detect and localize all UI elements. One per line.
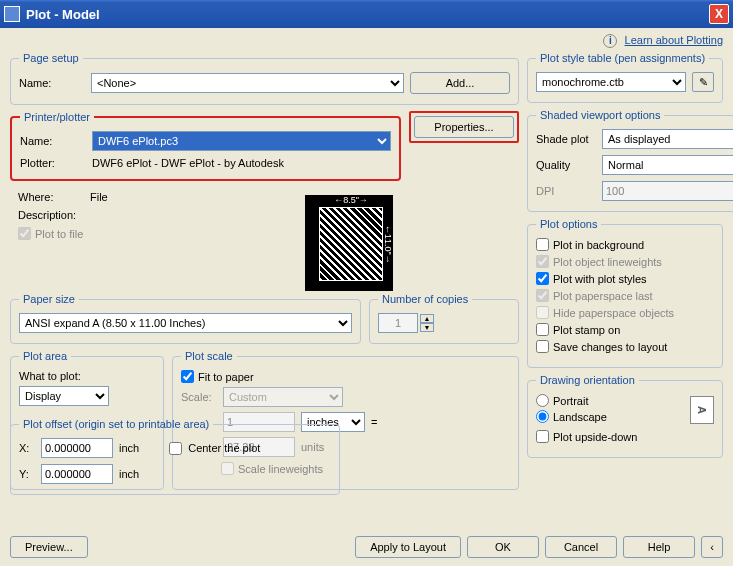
hide-paperspace-label: Hide paperspace objects [553,307,674,319]
plot-to-file-checkbox [18,227,31,240]
page-setup-group: Page setup Name: <None> Add... [10,52,519,105]
plot-scale-legend: Plot scale [181,350,237,362]
help-button[interactable]: Help [623,536,695,558]
page-setup-legend: Page setup [19,52,83,64]
info-icon: i [603,34,617,48]
plot-bg-checkbox[interactable] [536,238,549,251]
copies-input [378,313,418,333]
page-setup-name-label: Name: [19,77,85,89]
desc-label: Description: [18,209,84,221]
scale-label: Scale: [181,391,217,403]
copies-legend: Number of copies [378,293,472,305]
copies-group: Number of copies ▲ ▼ [369,293,519,344]
orientation-icon: A [690,396,714,424]
shaded-viewport-group: Shaded viewport options Shade plot As di… [527,109,733,212]
plot-options-group: Plot options Plot in background Plot obj… [527,218,723,368]
plot-stamp-label: Plot stamp on [553,324,620,336]
plot-lw-checkbox [536,255,549,268]
plot-options-legend: Plot options [536,218,601,230]
offset-y-unit: inch [119,468,139,480]
fit-to-paper-label: Fit to paper [198,371,254,383]
portrait-label: Portrait [553,395,588,407]
preview-button[interactable]: Preview... [10,536,88,558]
save-layout-checkbox[interactable] [536,340,549,353]
page-setup-name-select[interactable]: <None> [91,73,404,93]
plot-bg-label: Plot in background [553,239,644,251]
upside-down-label: Plot upside-down [553,431,637,443]
footer: Preview... Apply to Layout OK Cancel Hel… [10,536,723,558]
apply-layout-button[interactable]: Apply to Layout [355,536,461,558]
plot-area-legend: Plot area [19,350,71,362]
quality-select[interactable]: Normal [602,155,733,175]
plot-stamp-checkbox[interactable] [536,323,549,336]
titlebar: Plot - Model X [0,0,733,28]
landscape-label: Landscape [553,411,607,423]
chevron-left-icon: ‹ [710,541,714,553]
dpi-label: DPI [536,185,596,197]
shade-plot-label: Shade plot [536,133,596,145]
dpi-input [602,181,733,201]
what-to-plot-label: What to plot: [19,370,155,382]
quality-label: Quality [536,159,596,171]
what-to-plot-select[interactable]: Display [19,386,109,406]
offset-x-unit: inch [119,442,139,454]
plot-paperspace-label: Plot paperspace last [553,290,653,302]
offset-y-label: Y: [19,468,35,480]
equals-label: = [371,416,381,428]
paper-size-select[interactable]: ANSI expand A (8.50 x 11.00 Inches) [19,313,352,333]
paper-preview-icon: ←8.5"→ ←11.0"→ [305,195,393,291]
copies-spin-down[interactable]: ▼ [420,323,434,332]
upside-down-checkbox[interactable] [536,430,549,443]
plot-style-select[interactable]: monochrome.ctb [536,72,686,92]
learn-row: i Learn about Plotting [10,34,723,48]
offset-y-input[interactable] [41,464,113,484]
preview-width-label: ←8.5"→ [319,195,383,205]
dialog-content: i Learn about Plotting Page setup Name: … [0,28,733,566]
center-plot-label: Center the plot [188,442,260,454]
plot-styles-checkbox[interactable] [536,272,549,285]
copies-spin-up[interactable]: ▲ [420,314,434,323]
learn-link[interactable]: Learn about Plotting [625,34,723,46]
close-button[interactable]: X [709,4,729,24]
plot-styles-label: Plot with plot styles [553,273,647,285]
paper-size-group: Paper size ANSI expand A (8.50 x 11.00 I… [10,293,361,344]
plot-offset-group: Plot offset (origin set to printable are… [10,418,340,495]
fit-to-paper-checkbox[interactable] [181,370,194,383]
printer-name-select[interactable]: DWF6 ePlot.pc3 [92,131,391,151]
plot-offset-legend: Plot offset (origin set to printable are… [19,418,213,430]
shaded-legend: Shaded viewport options [536,109,664,121]
where-value: File [90,191,108,203]
cancel-button[interactable]: Cancel [545,536,617,558]
scale-select: Custom [223,387,343,407]
printer-legend: Printer/plotter [20,111,94,123]
ok-button[interactable]: OK [467,536,539,558]
preview-height-label: ←11.0"→ [383,207,393,281]
paper-size-legend: Paper size [19,293,79,305]
plot-style-legend: Plot style table (pen assignments) [536,52,709,64]
window-title: Plot - Model [26,7,709,22]
printer-properties-button[interactable]: Properties... [414,116,514,138]
page-setup-add-button[interactable]: Add... [410,72,510,94]
plot-to-file-label: Plot to file [35,228,83,240]
landscape-radio[interactable] [536,410,549,423]
portrait-radio[interactable] [536,394,549,407]
center-plot-checkbox[interactable] [169,442,182,455]
plotter-value: DWF6 ePlot - DWF ePlot - by Autodesk [92,157,284,169]
plot-paperspace-checkbox [536,289,549,302]
plotter-label: Plotter: [20,157,86,169]
plot-style-group: Plot style table (pen assignments) monoc… [527,52,723,103]
printer-name-label: Name: [20,135,86,147]
plot-lw-label: Plot object lineweights [553,256,662,268]
printer-group: Printer/plotter Name: DWF6 ePlot.pc3 Plo… [10,111,401,181]
collapse-button[interactable]: ‹ [701,536,723,558]
save-layout-label: Save changes to layout [553,341,667,353]
where-label: Where: [18,191,84,203]
offset-x-input[interactable] [41,438,113,458]
hide-paperspace-checkbox [536,306,549,319]
orientation-group: Drawing orientation Portrait Landscape A… [527,374,723,458]
edit-plot-style-button[interactable]: ✎ [692,72,714,92]
app-icon [4,6,20,22]
shade-plot-select[interactable]: As displayed [602,129,733,149]
offset-x-label: X: [19,442,35,454]
orientation-legend: Drawing orientation [536,374,639,386]
